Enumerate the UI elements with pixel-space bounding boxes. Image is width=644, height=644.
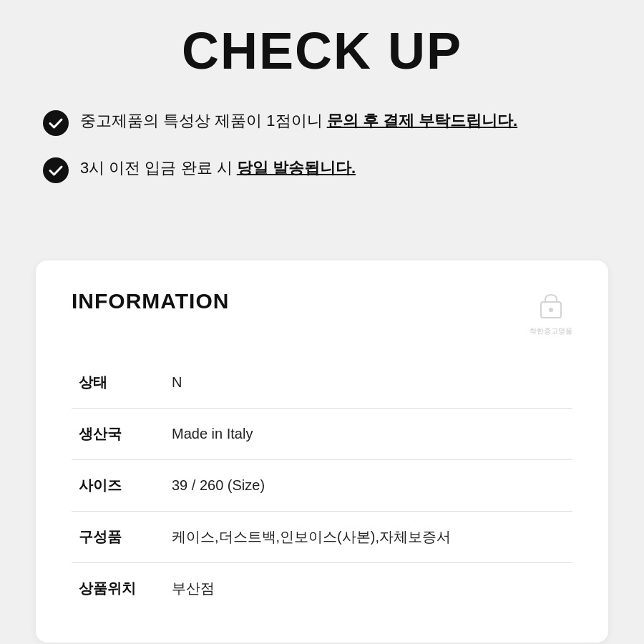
checklist-text-1: 중고제품의 특성상 제품이 1점이니 문의 후 결제 부탁드립니다.: [80, 109, 517, 132]
checklist: 중고제품의 특성상 제품이 1점이니 문의 후 결제 부탁드립니다. 3시 이전…: [43, 109, 601, 183]
svg-point-3: [549, 308, 553, 312]
top-section: CHECK UP 중고제품의 특성상 제품이 1점이니 문의 후 결제 부탁드립…: [0, 0, 644, 239]
svg-point-0: [43, 110, 69, 136]
table-row-size: 사이즈 39 / 260 (Size): [72, 460, 572, 512]
brand-logo: 착한중고명품: [530, 289, 572, 336]
table-row-components: 구성품 케이스,더스트백,인보이스(사본),자체보증서: [72, 512, 572, 563]
brand-logo-label: 착한중고명품: [530, 326, 572, 336]
table-row-origin: 생산국 Made in Italy: [72, 409, 572, 460]
checklist-text-2: 3시 이전 입금 완료 시 당일 발송됩니다.: [80, 156, 356, 180]
value-status: N: [165, 357, 572, 409]
page-title: CHECK UP: [43, 21, 601, 80]
checklist-item-1: 중고제품의 특성상 제품이 1점이니 문의 후 결제 부탁드립니다.: [43, 109, 601, 136]
label-size: 사이즈: [72, 460, 165, 512]
label-components: 구성품: [72, 512, 165, 563]
checkmark-icon-1: [43, 110, 69, 136]
info-table: 상태 N 생산국 Made in Italy 사이즈 39 / 260 (Siz…: [72, 357, 572, 614]
checkmark-icon-2: [43, 157, 69, 183]
label-location: 상품위치: [72, 563, 165, 615]
info-section-title: INFORMATION: [72, 289, 229, 313]
checklist-item-2: 3시 이전 입금 완료 시 당일 발송됩니다.: [43, 156, 601, 183]
value-location: 부산점: [165, 563, 572, 615]
value-components: 케이스,더스트백,인보이스(사본),자체보증서: [165, 512, 572, 563]
value-size: 39 / 260 (Size): [165, 460, 572, 512]
brand-logo-icon: [534, 289, 568, 323]
label-status: 상태: [72, 357, 165, 409]
label-origin: 생산국: [72, 409, 165, 460]
table-row-status: 상태 N: [72, 357, 572, 409]
table-row-location: 상품위치 부산점: [72, 563, 572, 615]
svg-point-1: [43, 157, 69, 183]
info-section: INFORMATION 착한중고명품 상태 N 생산국 Made in Ital…: [0, 239, 644, 644]
info-header: INFORMATION 착한중고명품: [72, 289, 572, 336]
value-origin: Made in Italy: [165, 409, 572, 460]
info-card: INFORMATION 착한중고명품 상태 N 생산국 Made in Ital…: [36, 260, 608, 643]
